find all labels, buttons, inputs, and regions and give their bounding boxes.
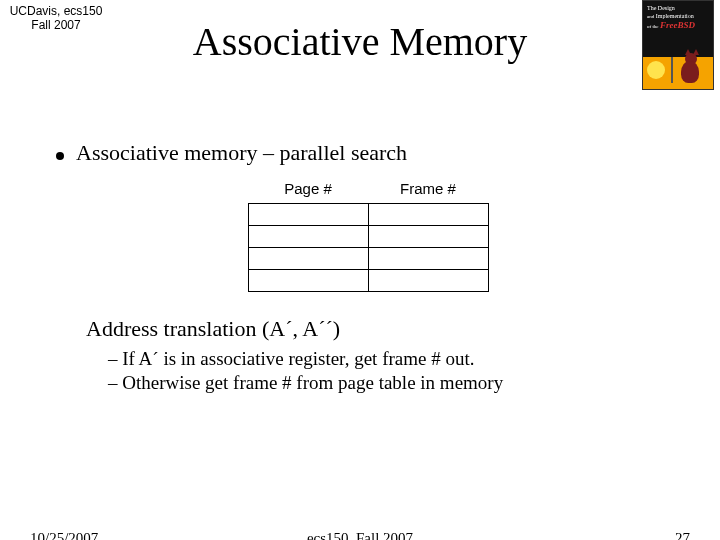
bullet-icon bbox=[56, 152, 64, 160]
book-badge-icon bbox=[647, 61, 665, 79]
list-item: – Otherwise get frame # from page table … bbox=[108, 372, 680, 394]
table-row bbox=[248, 204, 488, 226]
list-item: – If A´ is in associative register, get … bbox=[108, 348, 680, 370]
footer-page-number: 27 bbox=[675, 530, 690, 540]
bullet-item: Associative memory – parallel search bbox=[56, 140, 680, 166]
table-row bbox=[248, 270, 488, 292]
table-header-page: Page # bbox=[248, 180, 368, 204]
book-cover-top: The Design and Implementation of the Fre… bbox=[643, 1, 713, 57]
slide-title: Associative Memory bbox=[0, 18, 720, 65]
book-cover-bottom bbox=[643, 57, 713, 91]
table-row bbox=[248, 248, 488, 270]
table-row bbox=[248, 226, 488, 248]
book-text-line: Implementation bbox=[656, 13, 694, 19]
book-thumbnail: The Design and Implementation of the Fre… bbox=[642, 0, 714, 90]
translation-list: – If A´ is in associative register, get … bbox=[108, 348, 680, 394]
course-line: UCDavis, ecs150 bbox=[6, 4, 106, 18]
bsd-daemon-icon bbox=[671, 51, 709, 89]
tlb-table: Page # Frame # bbox=[56, 180, 680, 292]
book-text-line: The Design bbox=[647, 5, 675, 11]
slide-body: Associative memory – parallel search Pag… bbox=[56, 140, 680, 396]
bullet-text: Associative memory – parallel search bbox=[76, 140, 407, 166]
translation-heading: Address translation (A´, A´´) bbox=[86, 316, 680, 342]
footer-center: ecs150, Fall 2007 bbox=[0, 530, 720, 540]
book-bsd-label: FreeBSD bbox=[660, 20, 695, 30]
table-header-frame: Frame # bbox=[368, 180, 488, 204]
